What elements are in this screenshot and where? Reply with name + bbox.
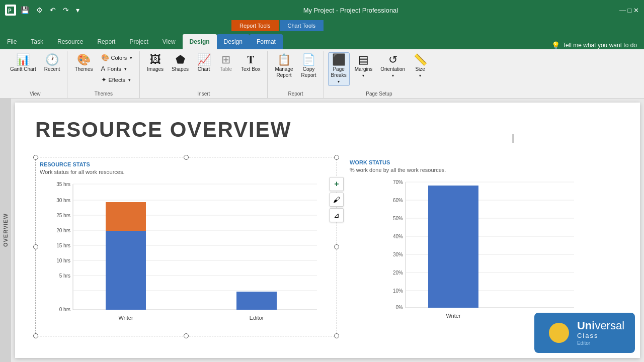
svg-text:40%: 40% bbox=[393, 234, 403, 239]
svg-text:5 hrs: 5 hrs bbox=[59, 273, 70, 279]
right-bar-chart: 70% 60% 50% 40% 30% 20% 10% 0% Writer bbox=[350, 177, 617, 328]
svg-point-45 bbox=[554, 328, 556, 331]
effects-button[interactable]: ✦ Effects ▾ bbox=[98, 74, 136, 85]
svg-text:50%: 50% bbox=[393, 216, 403, 221]
themes-button[interactable]: 🎨 Themes bbox=[71, 52, 96, 74]
svg-text:Editor: Editor bbox=[250, 315, 264, 321]
tell-me-bar[interactable]: 💡 Tell me what you want to do bbox=[544, 41, 644, 49]
colors-icon: 🎨 bbox=[101, 54, 109, 61]
svg-text:60%: 60% bbox=[393, 198, 403, 203]
chart-tools-tab[interactable]: Chart Tools bbox=[280, 20, 324, 31]
tab-format-ct[interactable]: Format bbox=[250, 34, 283, 49]
fonts-button[interactable]: A Fonts ▾ bbox=[98, 63, 136, 74]
ribbon-tabs-bar: File Task Resource Report Project View D… bbox=[0, 31, 644, 49]
watermark-text-block: Universal Class Editor bbox=[577, 320, 624, 346]
tab-design-rt[interactable]: Design bbox=[183, 34, 217, 49]
svg-point-46 bbox=[561, 328, 564, 331]
fonts-icon: A bbox=[101, 65, 106, 72]
chart-icon: 📈 bbox=[197, 54, 211, 65]
colors-dropdown-icon: ▾ bbox=[130, 55, 132, 60]
right-chart-subtitle: % work done by all the work resources. bbox=[350, 167, 617, 173]
more-qat-button[interactable]: ▾ bbox=[73, 5, 82, 16]
page-breaks-button[interactable]: ⬛ PageBreaks ▾ bbox=[328, 52, 350, 86]
ribbon-group-report: 📋 ManageReport 📄 CopyReport Report bbox=[268, 51, 324, 98]
tab-design-ct[interactable]: Design bbox=[217, 34, 250, 49]
chart-style-button[interactable]: 🖌 bbox=[330, 193, 344, 207]
writer-blue-bar bbox=[106, 231, 146, 310]
textbox-button[interactable]: 𝐓 Text Box bbox=[238, 52, 263, 74]
selection-handle-br[interactable] bbox=[334, 333, 339, 338]
svg-text:25 hrs: 25 hrs bbox=[56, 213, 70, 218]
size-dropdown-icon: ▾ bbox=[419, 73, 421, 78]
margins-button[interactable]: ▤ Margins ▾ bbox=[352, 52, 376, 80]
tab-report[interactable]: Report bbox=[90, 34, 122, 49]
tab-project[interactable]: Project bbox=[122, 34, 155, 49]
context-tabs-bar: Report Tools Chart Tools bbox=[0, 20, 644, 31]
tab-view[interactable]: View bbox=[155, 34, 183, 49]
recent-icon: 🕐 bbox=[45, 54, 59, 65]
effects-icon: ✦ bbox=[101, 76, 107, 83]
selection-handle-tm[interactable] bbox=[184, 155, 189, 160]
watermark-editor-label: Editor bbox=[577, 340, 624, 346]
shapes-button[interactable]: ⬟ Shapes bbox=[169, 52, 192, 74]
page-setup-group-label: Page Setup bbox=[328, 91, 431, 98]
orientation-icon: ↺ bbox=[388, 54, 397, 65]
manage-report-button[interactable]: 📋 ManageReport bbox=[272, 52, 296, 80]
filter-icon: ⊿ bbox=[334, 211, 340, 219]
selection-handle-tl[interactable] bbox=[33, 155, 38, 160]
customize-qat-button[interactable]: ⚙ bbox=[34, 5, 45, 16]
text-cursor: | bbox=[512, 133, 514, 143]
orientation-button[interactable]: ↺ Orientation ▾ bbox=[377, 52, 408, 80]
right-writer-bar bbox=[428, 186, 478, 308]
ribbon-group-view: 📊 Gantt Chart 🕐 Recent View bbox=[3, 51, 67, 98]
size-icon: 📏 bbox=[414, 54, 427, 65]
selection-handle-bm[interactable] bbox=[184, 333, 189, 338]
redo-button[interactable]: ↷ bbox=[60, 5, 71, 16]
ribbon-group-themes-content: 🎨 Themes 🎨 Colors ▾ A Fonts ▾ ✦ Effects … bbox=[71, 52, 135, 91]
margins-dropdown-icon: ▾ bbox=[362, 73, 364, 78]
copy-report-icon: 📄 bbox=[302, 54, 315, 65]
table-button[interactable]: ⊞ Table bbox=[216, 52, 236, 74]
chart-tools-floating: + 🖌 ⊿ bbox=[330, 177, 344, 222]
size-button[interactable]: 📏 Size ▾ bbox=[410, 52, 430, 80]
svg-text:35 hrs: 35 hrs bbox=[56, 182, 70, 187]
writer-orange-bar bbox=[106, 202, 146, 231]
brush-icon: 🖌 bbox=[333, 196, 340, 204]
page-breaks-dropdown-icon: ▾ bbox=[338, 79, 340, 84]
themes-group-label: Themes bbox=[71, 91, 135, 98]
copy-report-button[interactable]: 📄 CopyReport bbox=[298, 52, 319, 80]
save-button[interactable]: 💾 bbox=[18, 5, 32, 16]
ribbon: 📊 Gantt Chart 🕐 Recent View 🎨 Themes 🎨 C… bbox=[0, 49, 644, 99]
chart-button[interactable]: 📈 Chart bbox=[194, 52, 214, 74]
chart-add-element-button[interactable]: + bbox=[330, 177, 344, 191]
colors-button[interactable]: 🎨 Colors ▾ bbox=[98, 52, 136, 63]
left-chart-container[interactable]: RESOURCE STATS Work status for all work … bbox=[35, 157, 337, 336]
svg-text:20%: 20% bbox=[393, 270, 403, 276]
main-content: OVERVIEW RESOURCE OVERVIEW | RESOURCE ST… bbox=[0, 99, 644, 362]
report-page[interactable]: RESOURCE OVERVIEW | RESOURCE STATS Work … bbox=[15, 103, 640, 358]
margins-icon: ▤ bbox=[358, 54, 369, 65]
selection-handle-bl[interactable] bbox=[33, 333, 38, 338]
svg-point-43 bbox=[552, 331, 555, 334]
undo-button[interactable]: ↶ bbox=[47, 5, 58, 16]
watermark-sun-icon bbox=[549, 323, 569, 343]
tab-file[interactable]: File bbox=[0, 34, 24, 49]
selection-handle-tr[interactable] bbox=[334, 155, 339, 160]
svg-text:P: P bbox=[8, 8, 12, 14]
textbox-icon: 𝐓 bbox=[247, 54, 255, 65]
svg-text:Writer: Writer bbox=[446, 313, 460, 319]
ribbon-group-view-content: 📊 Gantt Chart 🕐 Recent bbox=[7, 52, 63, 91]
ribbon-group-page-setup-content: ⬛ PageBreaks ▾ ▤ Margins ▾ ↺ Orientation… bbox=[328, 52, 431, 91]
report-tools-tab[interactable]: Report Tools bbox=[231, 20, 279, 31]
svg-text:10 hrs: 10 hrs bbox=[56, 258, 70, 263]
tab-resource[interactable]: Resource bbox=[50, 34, 90, 49]
gantt-chart-button[interactable]: 📊 Gantt Chart bbox=[7, 52, 39, 74]
page-title: RESOURCE OVERVIEW bbox=[35, 118, 620, 142]
selection-handle-ml[interactable] bbox=[33, 244, 38, 249]
selection-handle-mr[interactable] bbox=[334, 244, 339, 249]
editor-blue-bar bbox=[236, 292, 277, 310]
images-button[interactable]: 🖼 Images bbox=[144, 52, 167, 74]
chart-filter-button[interactable]: ⊿ bbox=[330, 208, 344, 222]
recent-files-button[interactable]: 🕐 Recent bbox=[41, 52, 63, 74]
tab-task[interactable]: Task bbox=[24, 34, 50, 49]
